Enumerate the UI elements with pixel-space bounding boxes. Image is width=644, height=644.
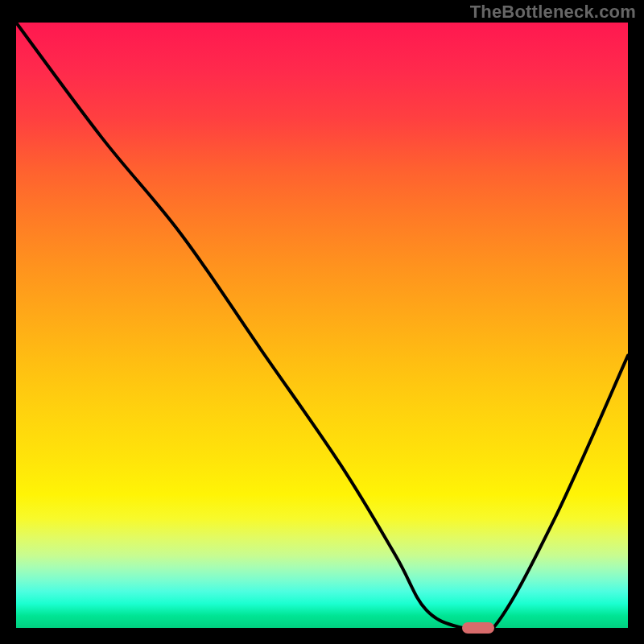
plot-area	[16, 23, 628, 628]
chart-canvas: TheBottleneck.com	[0, 0, 644, 644]
plot-frame	[16, 23, 628, 628]
watermark-text: TheBottleneck.com	[470, 2, 636, 23]
bottleneck-curve	[16, 23, 628, 628]
optimal-marker	[462, 622, 494, 634]
